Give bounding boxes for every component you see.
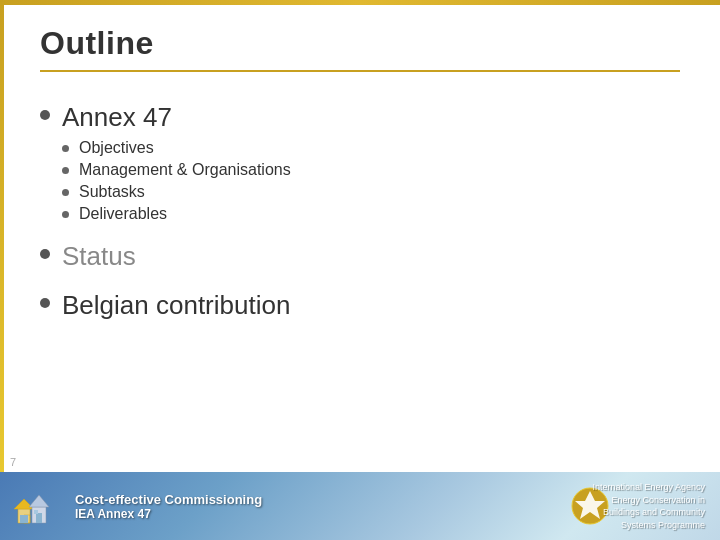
status-bullet-text: Status [62,241,136,272]
list-item: Deliverables [62,205,680,223]
management-text: Management & Organisations [79,161,291,179]
sub-bullet-dot [62,145,69,152]
svg-marker-1 [14,499,34,509]
svg-rect-5 [36,513,42,523]
belgian-bullet-dot [40,298,50,308]
slide-title: Outline [40,25,680,62]
svg-rect-2 [20,515,28,523]
annex-bullet-dot [40,110,50,120]
footer-bar: Cost-effective Commissioning IEA Annex 4… [0,472,720,540]
status-bullet: Status [40,241,680,272]
status-bullet-dot [40,249,50,259]
title-section: Outline [40,25,680,72]
footer-center-text: Cost-effective Commissioning IEA Annex 4… [75,492,262,521]
deliverables-text: Deliverables [79,205,167,223]
list-item: Objectives [62,139,680,157]
footer-right-logo: International Energy Agency Energy Conse… [592,481,705,531]
belgian-bullet-text: Belgian contribution [62,290,290,321]
footer-title-sub: IEA Annex 47 [75,507,262,521]
footer-right-text: International Energy Agency Energy Conse… [592,481,705,531]
annex-bullet-text: Annex 47 [62,102,172,133]
sub-bullet-dot [62,189,69,196]
left-accent-bar [0,5,4,472]
list-item: Subtasks [62,183,680,201]
sub-bullet-dot [62,167,69,174]
content-section: Annex 47 Objectives Management & Organis… [40,92,680,462]
annex-main-bullet: Annex 47 [40,102,680,133]
house-icon [10,481,60,531]
objectives-text: Objectives [79,139,154,157]
subtasks-text: Subtasks [79,183,145,201]
main-content: Outline Annex 47 Objectives Management [0,5,720,472]
footer-title-main: Cost-effective Commissioning [75,492,262,507]
annex-bullet-group: Annex 47 Objectives Management & Organis… [40,102,680,223]
svg-rect-6 [34,510,38,514]
belgian-bullet: Belgian contribution [40,290,680,321]
list-item: Management & Organisations [62,161,680,179]
annex-sub-bullets: Objectives Management & Organisations Su… [62,139,680,223]
svg-marker-4 [29,495,49,507]
page-number: 7 [10,456,16,468]
footer-left-icons [10,481,60,531]
slide-container: Outline Annex 47 Objectives Management [0,0,720,540]
sub-bullet-dot [62,211,69,218]
